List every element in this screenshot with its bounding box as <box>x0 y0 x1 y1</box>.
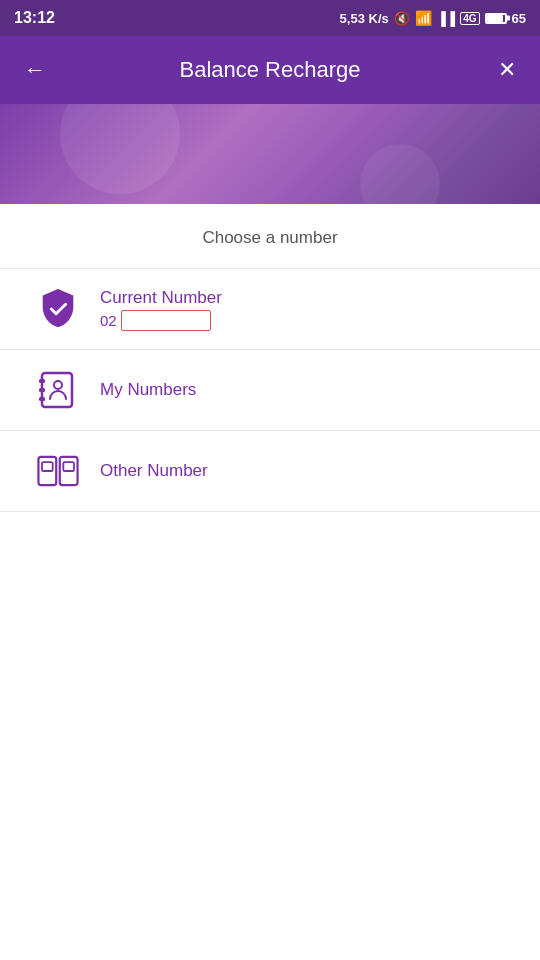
svg-rect-8 <box>63 462 74 471</box>
main-content: Choose a number Current Number 02 <box>0 204 540 512</box>
back-button[interactable]: ← <box>16 49 54 91</box>
network-icon: 4G <box>460 12 479 25</box>
current-number-title: Current Number <box>100 288 222 308</box>
choose-label: Choose a number <box>0 228 540 248</box>
signal-icon: ▐▐ <box>437 11 455 26</box>
svg-rect-1 <box>39 379 45 383</box>
current-number-input[interactable] <box>121 310 211 331</box>
svg-rect-0 <box>42 373 72 407</box>
current-number-item[interactable]: Current Number 02 <box>0 268 540 350</box>
battery-level: 65 <box>512 11 526 26</box>
battery-icon <box>485 13 507 24</box>
wifi-icon: 📶 <box>415 10 432 26</box>
contacts-icon <box>36 368 80 412</box>
other-number-title: Other Number <box>100 461 208 481</box>
mute-icon: 🔇 <box>394 11 410 26</box>
close-button[interactable]: ✕ <box>490 49 524 91</box>
card-icon <box>36 449 80 493</box>
svg-rect-3 <box>39 397 45 401</box>
page-title: Balance Recharge <box>179 57 360 83</box>
banner-image <box>0 104 540 204</box>
my-numbers-item[interactable]: My Numbers <box>0 350 540 431</box>
other-number-item[interactable]: Other Number <box>0 431 540 512</box>
my-numbers-title: My Numbers <box>100 380 196 400</box>
status-bar: 13:12 5,53 K/s 🔇 📶 ▐▐ 4G 65 <box>0 0 540 36</box>
header: ← Balance Recharge ✕ <box>0 36 540 104</box>
status-time: 13:12 <box>14 9 55 27</box>
current-number-text: Current Number 02 <box>100 288 222 331</box>
current-number-subtitle: 02 <box>100 310 222 331</box>
other-number-text: Other Number <box>100 461 208 481</box>
status-speed: 5,53 K/s <box>340 11 389 26</box>
status-right: 5,53 K/s 🔇 📶 ▐▐ 4G 65 <box>340 10 526 26</box>
shield-check-icon <box>36 287 80 331</box>
svg-rect-6 <box>42 462 53 471</box>
svg-point-4 <box>54 381 62 389</box>
svg-rect-2 <box>39 388 45 392</box>
my-numbers-text: My Numbers <box>100 380 196 400</box>
number-prefix: 02 <box>100 312 117 329</box>
